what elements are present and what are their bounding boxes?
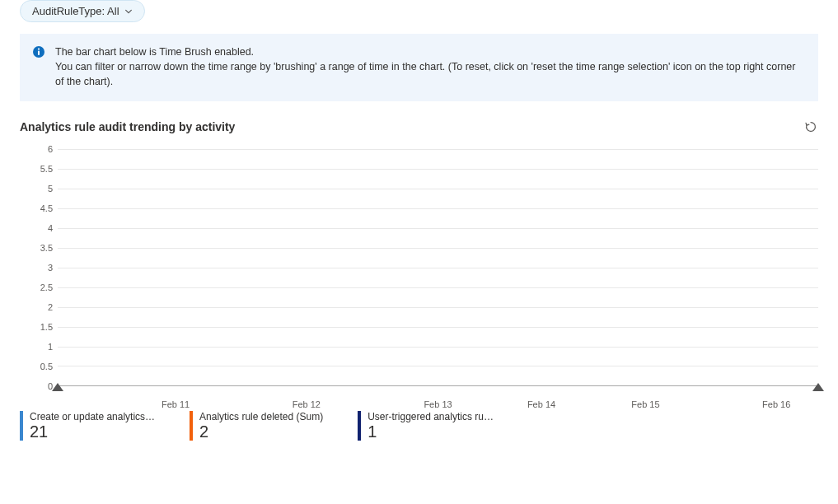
bar-slot[interactable] [714, 149, 749, 385]
y-tick-label: 1 [20, 342, 53, 352]
brush-handle-left[interactable] [52, 383, 63, 391]
legend-label: Create or update analytics… [30, 411, 155, 422]
reset-time-range-icon[interactable] [803, 119, 818, 134]
legend-value: 21 [30, 422, 155, 441]
bar-slot[interactable] [645, 149, 680, 385]
bar-slot[interactable] [576, 149, 611, 385]
info-banner: The bar chart below is Time Brush enable… [20, 34, 818, 101]
y-tick-label: 4 [20, 223, 53, 233]
bar-slot[interactable] [541, 149, 576, 385]
legend-swatch [190, 411, 193, 441]
legend-text: Create or update analytics…21 [30, 411, 155, 441]
bar-slot[interactable] [404, 149, 438, 385]
chevron-down-icon [124, 7, 133, 16]
y-tick-label: 1.5 [20, 322, 53, 332]
legend-label: Analytics rule deleted (Sum) [199, 411, 323, 422]
y-tick-label: 0 [20, 381, 53, 391]
filter-label-text: AuditRuleType: [32, 5, 105, 17]
bar-slot[interactable] [611, 149, 645, 385]
legend-item[interactable]: User-triggered analytics ru…1 [358, 411, 494, 441]
legend-label: User-triggered analytics ru… [368, 411, 494, 422]
y-tick-label: 0.5 [20, 362, 53, 371]
x-tick-label: Feb 14 [527, 399, 555, 409]
legend-text: User-triggered analytics ru…1 [368, 411, 494, 441]
bar-slot[interactable] [162, 149, 196, 385]
y-tick-label: 3 [20, 263, 53, 273]
legend-swatch [20, 411, 23, 441]
bar-slot[interactable] [335, 149, 369, 385]
bar-slot[interactable] [300, 149, 335, 385]
filter-pill[interactable]: AuditRuleType: All [20, 0, 145, 22]
plot-area[interactable] [58, 149, 818, 386]
info-message-line2: You can filter or narrow down the time r… [55, 61, 795, 87]
chart-area[interactable]: 00.511.522.533.544.555.56 Feb 11Feb 12Fe… [20, 138, 818, 409]
y-tick-label: 2.5 [20, 282, 53, 292]
legend-item[interactable]: Analytics rule deleted (Sum)2 [190, 411, 323, 441]
y-tick-label: 2 [20, 302, 53, 312]
legend-text: Analytics rule deleted (Sum)2 [199, 411, 323, 441]
svg-point-1 [38, 49, 40, 50]
bar-slot[interactable] [127, 149, 162, 385]
info-message: The bar chart below is Time Brush enable… [55, 44, 806, 89]
filter-label: AuditRuleType: All [32, 5, 119, 17]
bar-slot[interactable] [58, 149, 92, 385]
legend: Create or update analytics…21Analytics r… [0, 409, 838, 450]
y-tick-label: 5.5 [20, 164, 53, 174]
legend-swatch [358, 411, 361, 441]
chart-title: Analytics rule audit trending by activit… [20, 120, 235, 133]
bar-slot[interactable] [507, 149, 541, 385]
bar-slot[interactable] [749, 149, 784, 385]
legend-item[interactable]: Create or update analytics…21 [20, 411, 155, 441]
info-message-line1: The bar chart below is Time Brush enable… [55, 46, 254, 58]
x-tick-label: Feb 11 [162, 399, 190, 409]
y-tick-label: 5 [20, 184, 53, 194]
bars-container [58, 149, 818, 385]
bar-slot[interactable] [231, 149, 265, 385]
x-tick-label: Feb 15 [631, 399, 659, 409]
x-tick-label: Feb 12 [293, 399, 321, 409]
brush-handle-right[interactable] [812, 383, 824, 391]
bar-slot[interactable] [472, 149, 507, 385]
bar-slot[interactable] [784, 149, 818, 385]
bar-slot[interactable] [369, 149, 404, 385]
bar-slot[interactable] [92, 149, 127, 385]
chart-header: Analytics rule audit trending by activit… [0, 119, 838, 134]
bar-slot[interactable] [265, 149, 300, 385]
y-tick-label: 4.5 [20, 203, 53, 213]
filter-value: All [107, 5, 119, 17]
y-axis: 00.511.522.533.544.555.56 [20, 149, 53, 386]
legend-value: 1 [368, 422, 494, 441]
y-tick-label: 3.5 [20, 243, 53, 253]
x-tick-label: Feb 16 [762, 399, 790, 409]
bar-slot[interactable] [438, 149, 472, 385]
y-tick-label: 6 [20, 144, 53, 154]
bar-slot[interactable] [196, 149, 231, 385]
svg-rect-2 [38, 51, 40, 55]
x-axis: Feb 11Feb 12Feb 13Feb 14Feb 15Feb 16 [58, 388, 818, 409]
x-tick-label: Feb 13 [424, 399, 452, 409]
bar-slot[interactable] [680, 149, 714, 385]
legend-value: 2 [199, 422, 323, 441]
info-icon [32, 45, 45, 58]
